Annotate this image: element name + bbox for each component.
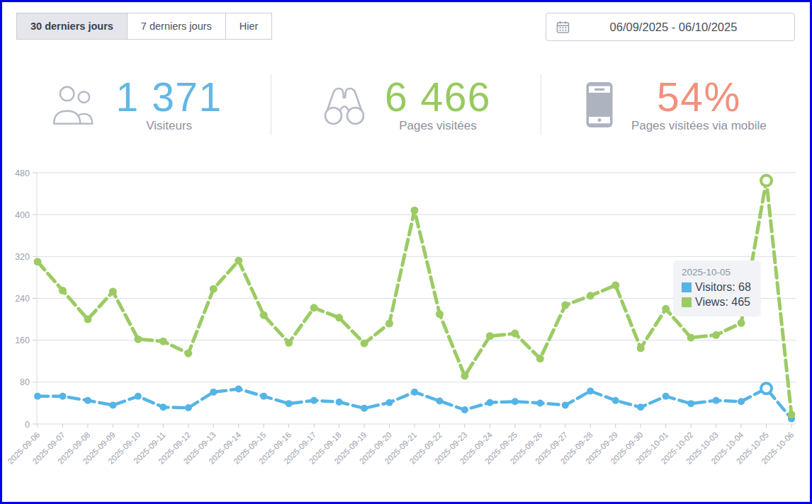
stats-row: 1 371 Visiteurs 6 466 Pages visitées [2, 69, 810, 141]
binoculars-icon [321, 83, 368, 127]
tab-hier[interactable]: Hier [225, 13, 273, 40]
analytics-dashboard: 30 derniers jours 7 derniers jours Hier … [0, 0, 812, 504]
tab-30-derniers-jours[interactable]: 30 derniers jours [16, 13, 128, 40]
chart-canvas[interactable]: 0801602403204004802025-09-062025-09-0720… [2, 147, 812, 504]
svg-text:0: 0 [25, 420, 30, 430]
svg-text:320: 320 [15, 252, 30, 262]
svg-text:480: 480 [15, 168, 30, 178]
visitors-label: Visiteurs [116, 119, 222, 133]
svg-text:80: 80 [20, 377, 30, 387]
date-range-picker[interactable]: 06/09/2025 - 06/10/2025 [546, 13, 795, 41]
calendar-icon [556, 21, 570, 34]
svg-text:160: 160 [15, 336, 30, 345]
pageviews-count: 6 466 [385, 76, 491, 118]
visitors-icon [51, 84, 99, 125]
tab-7-derniers-jours[interactable]: 7 derniers jours [127, 13, 226, 40]
header: 30 derniers jours 7 derniers jours Hier … [16, 13, 795, 41]
mobile-icon [585, 81, 614, 128]
date-range-value: 06/09/2025 - 06/10/2025 [570, 21, 794, 34]
svg-text:400: 400 [15, 210, 30, 220]
stat-pageviews: 6 466 Pages visitées [271, 76, 540, 132]
visitors-count: 1 371 [116, 76, 222, 118]
pageviews-label: Pages visitées [385, 119, 491, 133]
stat-visitors: 1 371 Visiteurs [2, 76, 271, 132]
svg-text:240: 240 [15, 294, 30, 304]
stat-mobile-share: 54% Pages visitées via mobile [541, 76, 810, 132]
visitors-views-line-chart: 0801602403204004802025-09-062025-09-0720… [2, 147, 812, 504]
mobile-share-label: Pages visitées via mobile [631, 119, 767, 133]
period-tabs: 30 derniers jours 7 derniers jours Hier [16, 13, 272, 40]
mobile-share-value: 54% [631, 76, 767, 118]
